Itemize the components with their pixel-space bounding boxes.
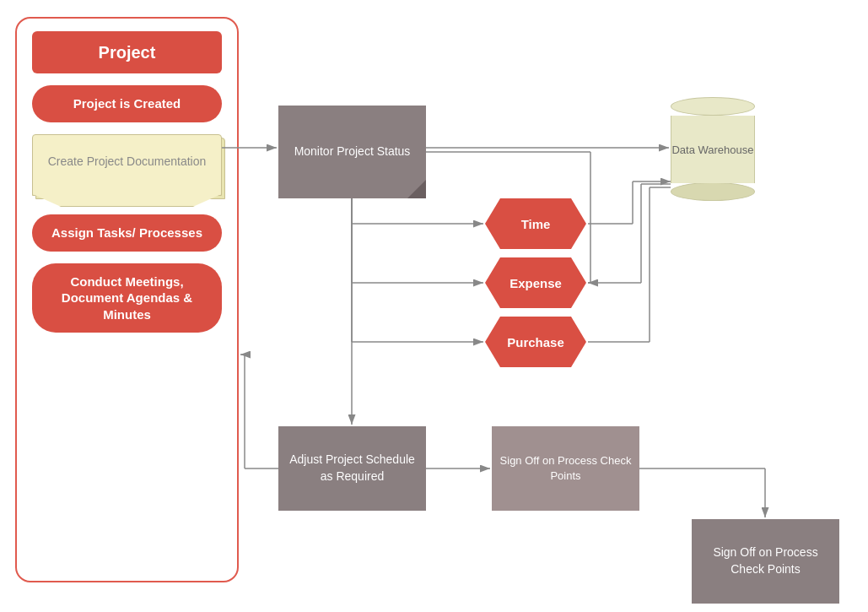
conduct-meetings-node: Conduct Meetings, Document Agendas & Min… — [32, 263, 222, 333]
signoff1-node: Sign Off on Process Check Points — [492, 426, 639, 511]
signoff2-node: Sign Off on Process Check Points — [692, 519, 839, 604]
data-warehouse-node: Data Warehouse — [671, 97, 755, 201]
project-created-node: Project is Created — [32, 85, 222, 122]
assign-tasks-node: Assign Tasks/ Processes — [32, 214, 222, 252]
purchase-node: Purchase — [485, 317, 586, 367]
create-docs-wrapper: Create Project Documentation — [32, 134, 222, 197]
cyl-body: Data Warehouse — [671, 116, 755, 183]
left-panel: Project Project is Created Create Projec… — [15, 17, 239, 582]
fold-decoration — [407, 180, 426, 198]
project-title: Project — [32, 31, 222, 73]
diagram-container: Project Project is Created Create Projec… — [0, 0, 868, 612]
time-node: Time — [485, 198, 586, 249]
cyl-bottom — [671, 182, 755, 201]
expense-node: Expense — [485, 257, 586, 308]
create-docs-node: Create Project Documentation — [32, 134, 222, 197]
cyl-label: Data Warehouse — [671, 144, 754, 156]
monitor-project-status-node: Monitor Project Status — [278, 106, 426, 198]
cyl-top — [671, 97, 755, 116]
adjust-schedule-node: Adjust Project Schedule as Required — [278, 426, 426, 511]
